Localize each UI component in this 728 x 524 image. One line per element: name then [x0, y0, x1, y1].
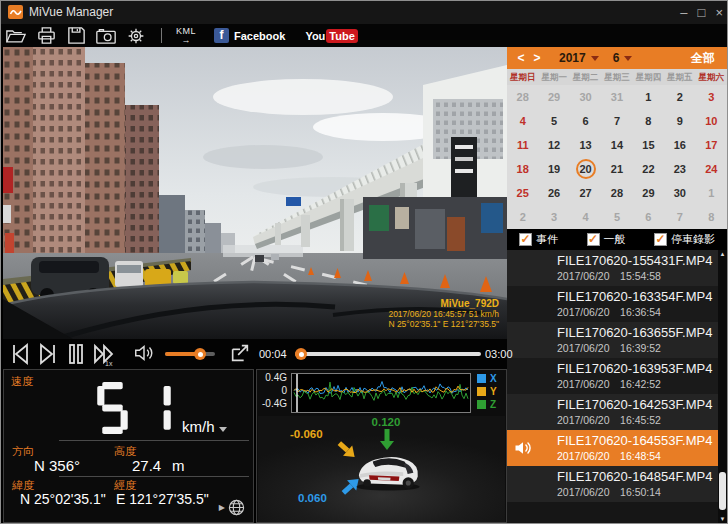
calendar-day[interactable]: 29 [538, 85, 569, 109]
calendar-day[interactable]: 27 [570, 181, 601, 205]
file-item[interactable]: FILE170620-155431F.MP42017/06/20 15:54:5… [507, 250, 718, 286]
calendar-day[interactable]: 28 [601, 181, 632, 205]
calendar-prev-button[interactable]: < [513, 51, 529, 65]
calendar-day[interactable]: 30 [664, 181, 695, 205]
save-button[interactable] [61, 24, 91, 47]
calendar-day[interactable]: 1 [633, 85, 664, 109]
checkbox-icon[interactable]: ✓ [519, 233, 532, 246]
calendar-day[interactable]: 14 [601, 133, 632, 157]
calendar-day[interactable]: 10 [696, 109, 727, 133]
volume-slider[interactable] [165, 352, 215, 356]
print-button[interactable] [31, 24, 61, 47]
calendar-day[interactable]: 8 [633, 109, 664, 133]
altitude-unit: m [172, 457, 185, 474]
checkbox-icon[interactable]: ✓ [587, 233, 600, 246]
file-name: FILE170620-164553F.MP4 [557, 430, 718, 448]
show-all-button[interactable]: 全部 [691, 50, 715, 67]
pause-button[interactable] [63, 341, 89, 367]
scroll-down-icon[interactable]: ▼ [718, 516, 727, 522]
fullscreen-button[interactable] [229, 342, 255, 368]
export-kml-button[interactable]: KML → [176, 27, 196, 44]
filter-checkbox-停車錄影[interactable]: ✓停車錄影 [654, 232, 715, 247]
window-controls: – □ × [680, 1, 723, 24]
scroll-up-icon[interactable]: ▲ [718, 251, 727, 257]
calendar-next-button[interactable]: > [529, 51, 545, 65]
file-item[interactable]: FILE170620-164253F.MP42017/06/20 16:45:5… [507, 394, 718, 430]
filter-checkbox-事件[interactable]: ✓事件 [519, 232, 558, 247]
calendar-day[interactable]: 25 [507, 181, 538, 205]
mute-button[interactable] [133, 342, 159, 368]
file-item[interactable]: FILE170620-163953F.MP42017/06/20 16:42:5… [507, 358, 718, 394]
calendar-day[interactable]: 3 [538, 205, 569, 229]
calendar-day[interactable]: 28 [507, 85, 538, 109]
next-file-button[interactable] [35, 341, 61, 367]
filter-checkbox-一般[interactable]: ✓一般 [587, 232, 626, 247]
calendar-day[interactable]: 23 [664, 157, 695, 181]
scrollbar-thumb[interactable] [719, 472, 726, 510]
calendar-day[interactable]: 4 [570, 205, 601, 229]
calendar-day[interactable]: 12 [538, 133, 569, 157]
calendar-day[interactable]: 7 [664, 205, 695, 229]
calendar-day[interactable]: 24 [696, 157, 727, 181]
calendar-day[interactable]: 3 [696, 85, 727, 109]
calendar-day[interactable]: 1 [696, 181, 727, 205]
file-list-scrollbar[interactable]: ▲ ▼ [718, 250, 727, 523]
calendar-day[interactable]: 6 [570, 109, 601, 133]
calendar-day[interactable]: 31 [601, 85, 632, 109]
calendar-day[interactable]: 22 [633, 157, 664, 181]
file-item-selected[interactable]: FILE170620-164553F.MP42017/06/20 16:48:5… [507, 430, 718, 466]
calendar-day[interactable]: 17 [696, 133, 727, 157]
filter-label: 一般 [604, 232, 626, 247]
previous-file-button[interactable] [7, 341, 33, 367]
calendar-day[interactable]: 4 [507, 109, 538, 133]
calendar-day[interactable]: 16 [664, 133, 695, 157]
seek-bar[interactable] [295, 352, 481, 356]
calendar-day[interactable]: 30 [570, 85, 601, 109]
calendar-day[interactable]: 19 [538, 157, 569, 181]
duration-label: 03:00 [485, 348, 513, 360]
calendar-day[interactable]: 29 [633, 181, 664, 205]
file-datetime: 2017/06/20 16:50:14 [557, 484, 718, 498]
calendar-day[interactable]: 15 [633, 133, 664, 157]
calendar-day[interactable]: 6 [633, 205, 664, 229]
calendar-day[interactable]: 11 [507, 133, 538, 157]
fast-forward-button[interactable] [91, 341, 117, 367]
minimize-button[interactable]: – [680, 6, 687, 19]
close-button[interactable]: × [715, 6, 723, 19]
month-select[interactable]: 6 [613, 51, 620, 65]
year-select[interactable]: 2017 [559, 51, 586, 65]
seek-bar-thumb[interactable] [295, 348, 307, 360]
toolbar: KML → f Facebook You Tube [1, 24, 727, 47]
calendar-day[interactable]: 8 [696, 205, 727, 229]
share-facebook-button[interactable]: f Facebook [214, 28, 285, 43]
snapshot-button[interactable] [91, 24, 121, 47]
volume-slider-thumb[interactable] [194, 348, 206, 360]
maximize-button[interactable]: □ [698, 6, 706, 19]
checkbox-icon[interactable]: ✓ [654, 233, 667, 246]
app-window: MiVue Manager – □ × KML → f Faceb [0, 0, 728, 524]
kml-arrow-icon: → [182, 36, 191, 44]
share-youtube-button[interactable]: You Tube [305, 29, 357, 43]
calendar-day[interactable]: 2 [507, 205, 538, 229]
car-3d-model[interactable] [350, 446, 426, 492]
gsensor-chart [291, 373, 471, 413]
file-item[interactable]: FILE170620-163655F.MP42017/06/20 16:39:5… [507, 322, 718, 358]
settings-button[interactable] [121, 24, 151, 47]
calendar-day[interactable]: 18 [507, 157, 538, 181]
calendar-day[interactable]: 26 [538, 181, 569, 205]
calendar-day[interactable]: 9 [664, 109, 695, 133]
calendar-day-selected[interactable]: 20 [570, 157, 601, 181]
calendar-day[interactable]: 5 [538, 109, 569, 133]
file-item[interactable]: FILE170620-164854F.MP42017/06/20 16:50:1… [507, 466, 718, 502]
globe-icon[interactable] [228, 499, 245, 516]
calendar-day[interactable]: 5 [601, 205, 632, 229]
calendar-day[interactable]: 2 [664, 85, 695, 109]
file-item[interactable]: FILE170620-163354F.MP42017/06/20 16:36:5… [507, 286, 718, 322]
calendar-day[interactable]: 21 [601, 157, 632, 181]
calendar-day[interactable]: 13 [570, 133, 601, 157]
filter-label: 事件 [536, 232, 558, 247]
file-name: FILE170620-164854F.MP4 [557, 466, 718, 484]
speed-unit-select[interactable]: km/h [182, 418, 227, 435]
calendar-day[interactable]: 7 [601, 109, 632, 133]
open-file-button[interactable] [1, 24, 31, 47]
